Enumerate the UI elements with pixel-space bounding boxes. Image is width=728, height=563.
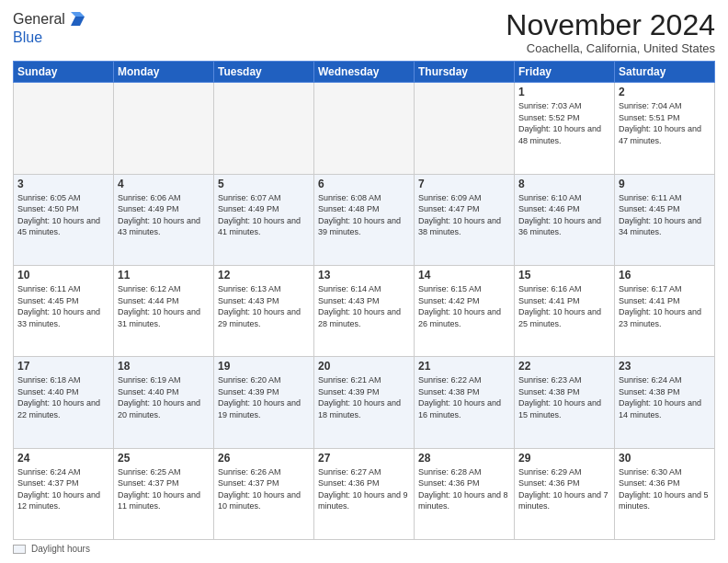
calendar-week-row: 24Sunrise: 6:24 AM Sunset: 4:37 PM Dayli… (14, 448, 715, 539)
page: General Blue November 2024 Coachella, Ca… (0, 0, 728, 563)
calendar-cell: 2Sunrise: 7:04 AM Sunset: 5:51 PM Daylig… (615, 83, 715, 174)
day-number: 17 (17, 360, 109, 373)
calendar-cell: 16Sunrise: 6:17 AM Sunset: 4:41 PM Dayli… (615, 265, 715, 356)
calendar-cell (214, 83, 314, 174)
day-info: Sunrise: 6:10 AM Sunset: 4:46 PM Dayligh… (518, 192, 610, 238)
logo-blue-text: Blue (13, 29, 42, 45)
calendar-table: SundayMondayTuesdayWednesdayThursdayFrid… (13, 61, 715, 540)
day-number: 22 (518, 360, 610, 373)
day-info: Sunrise: 6:16 AM Sunset: 4:41 PM Dayligh… (518, 283, 610, 329)
weekday-header-wednesday: Wednesday (314, 62, 415, 83)
calendar-cell: 15Sunrise: 6:16 AM Sunset: 4:41 PM Dayli… (515, 265, 615, 356)
day-info: Sunrise: 6:06 AM Sunset: 4:49 PM Dayligh… (118, 192, 210, 238)
calendar-cell: 26Sunrise: 6:26 AM Sunset: 4:37 PM Dayli… (214, 448, 314, 539)
calendar-cell: 7Sunrise: 6:09 AM Sunset: 4:47 PM Daylig… (415, 174, 515, 265)
day-number: 13 (318, 269, 410, 282)
calendar-cell: 21Sunrise: 6:22 AM Sunset: 4:38 PM Dayli… (415, 357, 515, 448)
day-number: 4 (118, 178, 210, 190)
svg-marker-1 (71, 12, 85, 17)
day-info: Sunrise: 6:19 AM Sunset: 4:40 PM Dayligh… (118, 374, 210, 420)
day-info: Sunrise: 7:03 AM Sunset: 5:52 PM Dayligh… (518, 100, 610, 146)
day-info: Sunrise: 6:05 AM Sunset: 4:50 PM Dayligh… (17, 192, 109, 238)
calendar-cell (415, 83, 515, 174)
calendar-cell: 8Sunrise: 6:10 AM Sunset: 4:46 PM Daylig… (515, 174, 615, 265)
day-info: Sunrise: 6:30 AM Sunset: 4:36 PM Dayligh… (619, 466, 711, 512)
day-info: Sunrise: 6:13 AM Sunset: 4:43 PM Dayligh… (218, 283, 310, 329)
calendar-cell: 4Sunrise: 6:06 AM Sunset: 4:49 PM Daylig… (114, 174, 214, 265)
logo: General Blue (13, 9, 87, 46)
calendar-cell: 23Sunrise: 6:24 AM Sunset: 4:38 PM Dayli… (615, 357, 715, 448)
day-number: 11 (118, 269, 210, 282)
day-info: Sunrise: 6:11 AM Sunset: 4:45 PM Dayligh… (17, 283, 109, 329)
day-number: 19 (218, 360, 310, 373)
calendar-cell: 24Sunrise: 6:24 AM Sunset: 4:37 PM Dayli… (14, 448, 114, 539)
calendar-cell: 3Sunrise: 6:05 AM Sunset: 4:50 PM Daylig… (14, 174, 114, 265)
weekday-header-sunday: Sunday (14, 62, 114, 83)
calendar-cell: 18Sunrise: 6:19 AM Sunset: 4:40 PM Dayli… (114, 357, 214, 448)
day-info: Sunrise: 6:20 AM Sunset: 4:39 PM Dayligh… (218, 374, 310, 420)
day-number: 24 (17, 452, 109, 465)
day-number: 1 (518, 86, 610, 98)
calendar-cell: 20Sunrise: 6:21 AM Sunset: 4:39 PM Dayli… (314, 357, 415, 448)
weekday-header-monday: Monday (114, 62, 214, 83)
calendar-cell: 1Sunrise: 7:03 AM Sunset: 5:52 PM Daylig… (515, 83, 615, 174)
calendar-cell: 27Sunrise: 6:27 AM Sunset: 4:36 PM Dayli… (314, 448, 415, 539)
calendar-cell: 28Sunrise: 6:28 AM Sunset: 4:36 PM Dayli… (415, 448, 515, 539)
day-info: Sunrise: 6:24 AM Sunset: 4:38 PM Dayligh… (619, 374, 711, 420)
weekday-header-saturday: Saturday (615, 62, 715, 83)
day-info: Sunrise: 6:15 AM Sunset: 4:42 PM Dayligh… (418, 283, 510, 329)
day-info: Sunrise: 6:25 AM Sunset: 4:37 PM Dayligh… (118, 466, 210, 512)
day-number: 27 (318, 452, 410, 465)
day-info: Sunrise: 6:22 AM Sunset: 4:38 PM Dayligh… (418, 374, 510, 420)
calendar-cell: 29Sunrise: 6:29 AM Sunset: 4:36 PM Dayli… (515, 448, 615, 539)
day-info: Sunrise: 6:12 AM Sunset: 4:44 PM Dayligh… (118, 283, 210, 329)
day-number: 6 (318, 178, 410, 190)
day-number: 28 (418, 452, 510, 465)
weekday-header-thursday: Thursday (415, 62, 515, 83)
day-number: 3 (17, 178, 109, 190)
calendar-cell: 5Sunrise: 6:07 AM Sunset: 4:49 PM Daylig… (214, 174, 314, 265)
weekday-header-friday: Friday (515, 62, 615, 83)
calendar-cell: 13Sunrise: 6:14 AM Sunset: 4:43 PM Dayli… (314, 265, 415, 356)
day-number: 2 (619, 86, 711, 98)
day-number: 15 (518, 269, 610, 282)
calendar-cell: 11Sunrise: 6:12 AM Sunset: 4:44 PM Dayli… (114, 265, 214, 356)
day-info: Sunrise: 6:26 AM Sunset: 4:37 PM Dayligh… (218, 466, 310, 512)
day-number: 16 (619, 269, 711, 282)
day-info: Sunrise: 6:29 AM Sunset: 4:36 PM Dayligh… (518, 466, 610, 512)
calendar-cell: 17Sunrise: 6:18 AM Sunset: 4:40 PM Dayli… (14, 357, 114, 448)
calendar-cell: 6Sunrise: 6:08 AM Sunset: 4:48 PM Daylig… (314, 174, 415, 265)
day-info: Sunrise: 6:21 AM Sunset: 4:39 PM Dayligh… (318, 374, 410, 420)
legend: Daylight hours (13, 544, 715, 554)
day-info: Sunrise: 6:18 AM Sunset: 4:40 PM Dayligh… (17, 374, 109, 420)
calendar-cell: 12Sunrise: 6:13 AM Sunset: 4:43 PM Dayli… (214, 265, 314, 356)
day-info: Sunrise: 6:27 AM Sunset: 4:36 PM Dayligh… (318, 466, 410, 512)
calendar-cell: 19Sunrise: 6:20 AM Sunset: 4:39 PM Dayli… (214, 357, 314, 448)
logo-general-text: General (13, 11, 65, 28)
day-info: Sunrise: 6:07 AM Sunset: 4:49 PM Dayligh… (218, 192, 310, 238)
calendar-cell: 22Sunrise: 6:23 AM Sunset: 4:38 PM Dayli… (515, 357, 615, 448)
day-number: 9 (619, 178, 711, 190)
day-info: Sunrise: 7:04 AM Sunset: 5:51 PM Dayligh… (619, 100, 711, 146)
day-number: 23 (619, 360, 711, 373)
day-info: Sunrise: 6:09 AM Sunset: 4:47 PM Dayligh… (418, 192, 510, 238)
day-number: 29 (518, 452, 610, 465)
day-number: 12 (218, 269, 310, 282)
day-number: 25 (118, 452, 210, 465)
calendar-cell: 25Sunrise: 6:25 AM Sunset: 4:37 PM Dayli… (114, 448, 214, 539)
day-info: Sunrise: 6:24 AM Sunset: 4:37 PM Dayligh… (17, 466, 109, 512)
weekday-header-tuesday: Tuesday (214, 62, 314, 83)
day-number: 10 (17, 269, 109, 282)
legend-color-box (13, 545, 26, 554)
calendar-week-row: 3Sunrise: 6:05 AM Sunset: 4:50 PM Daylig… (14, 174, 715, 265)
calendar-week-row: 17Sunrise: 6:18 AM Sunset: 4:40 PM Dayli… (14, 357, 715, 448)
calendar-cell: 30Sunrise: 6:30 AM Sunset: 4:36 PM Dayli… (615, 448, 715, 539)
day-info: Sunrise: 6:28 AM Sunset: 4:36 PM Dayligh… (418, 466, 510, 512)
day-number: 7 (418, 178, 510, 190)
calendar-cell (314, 83, 415, 174)
calendar-cell: 10Sunrise: 6:11 AM Sunset: 4:45 PM Dayli… (14, 265, 114, 356)
title-block: November 2024 Coachella, California, Uni… (506, 9, 715, 55)
header: General Blue November 2024 Coachella, Ca… (13, 9, 715, 55)
location-subtitle: Coachella, California, United States (506, 41, 715, 55)
logo-icon (67, 9, 87, 29)
